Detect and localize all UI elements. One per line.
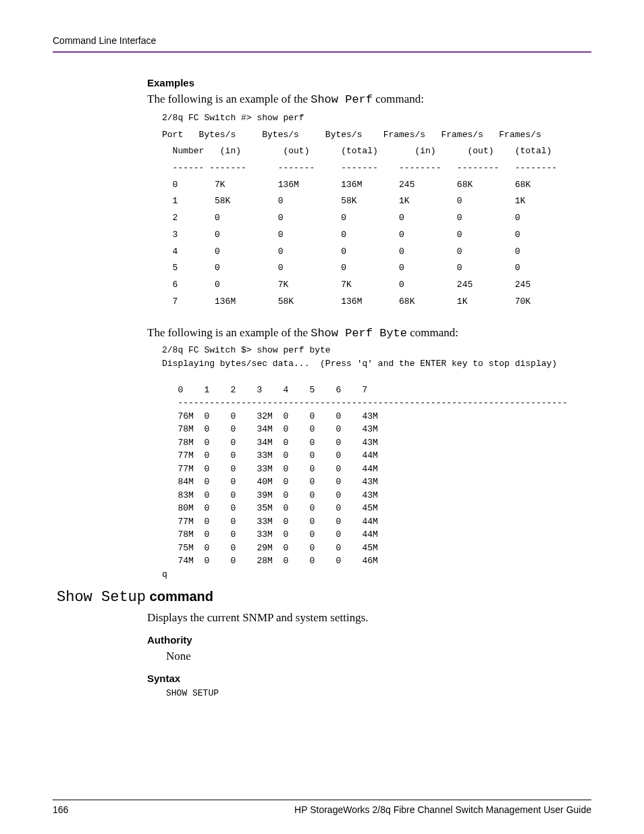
example2-intro-post: command:: [407, 326, 458, 339]
example2-intro: The following is an example of the Show …: [147, 326, 591, 340]
show-setup-heading-bold: command: [146, 589, 213, 604]
authority-heading: Authority: [147, 634, 591, 646]
example1-intro: The following is an example of the Show …: [147, 93, 591, 106]
syntax-heading: Syntax: [147, 673, 591, 684]
show-setup-heading: Show Setup command: [57, 588, 591, 606]
examples-heading: Examples: [147, 77, 591, 88]
example1-intro-pre: The following is an example of the: [147, 93, 311, 105]
authority-value: None: [166, 650, 591, 663]
example1-code: 2/8q FC Switch #> show perf Port Bytes/s…: [162, 110, 591, 310]
footer-title: HP StorageWorks 2/8q Fibre Channel Switc…: [294, 804, 591, 815]
example2-intro-pre: The following is an example of the: [147, 326, 311, 339]
running-header: Command Line Interface: [53, 35, 591, 53]
page-number: 166: [53, 804, 68, 815]
example2-intro-cmd: Show Perf Byte: [311, 327, 407, 340]
page-footer: 166 HP StorageWorks 2/8q Fibre Channel S…: [53, 800, 591, 815]
syntax-value: SHOW SETUP: [166, 688, 591, 698]
example2-code: 2/8q FC Switch $> show perf byte Display…: [162, 344, 591, 581]
example1-intro-post: command:: [373, 93, 424, 105]
show-setup-heading-mono: Show Setup: [57, 589, 146, 606]
example1-intro-cmd: Show Perf: [311, 93, 373, 106]
show-setup-desc: Displays the current SNMP and system set…: [147, 611, 591, 625]
